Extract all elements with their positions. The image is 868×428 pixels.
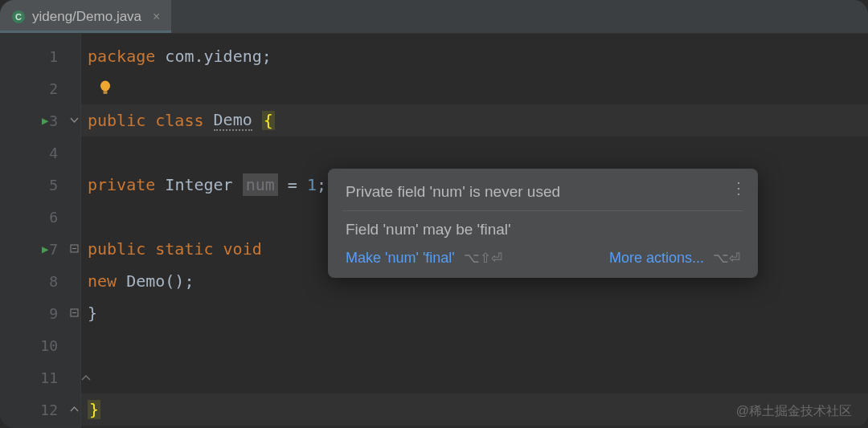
code-line[interactable] (81, 137, 868, 169)
shortcut-hint: ⌥⇧⏎ (464, 251, 502, 266)
line-number: 12 (40, 402, 58, 418)
code-line[interactable] (81, 329, 868, 361)
line-number: 4 (49, 145, 58, 161)
tab-bar: C yideng/Demo.java × (0, 0, 868, 34)
more-actions-link[interactable]: More actions... (609, 250, 704, 266)
highlighted-field: num (243, 173, 278, 196)
fold-icon[interactable] (70, 115, 79, 127)
code-line[interactable]: public class Demo { (81, 104, 868, 137)
fold-open-icon[interactable] (70, 243, 79, 255)
line-number: 8 (49, 273, 58, 290)
run-gutter-icon[interactable]: ▶ (42, 114, 48, 127)
code-line[interactable]: } (81, 297, 868, 329)
code-line[interactable] (81, 72, 868, 104)
svg-rect-7 (104, 91, 108, 94)
gutter: 1 2 ▶ 3 4 5 6 ▶ 7 8 9 10 11 12 (0, 34, 80, 428)
fold-icon[interactable] (70, 404, 79, 416)
lightbulb-icon[interactable] (97, 80, 113, 96)
quickfix-link[interactable]: Make 'num' 'final' (346, 250, 455, 266)
line-number: 1 (49, 48, 58, 65)
fold-close-icon[interactable] (70, 308, 79, 320)
close-icon[interactable]: × (153, 10, 160, 24)
inspection-message: Private field 'num' is never used (328, 178, 758, 206)
inspection-message: Field 'num' may be 'final' (328, 216, 758, 243)
line-number: 6 (49, 209, 58, 226)
collapse-up-icon[interactable] (81, 372, 91, 384)
watermark: @稀土掘金技术社区 (736, 403, 852, 420)
file-tab[interactable]: C yideng/Demo.java × (0, 0, 171, 33)
line-number: 9 (49, 305, 58, 322)
svg-point-6 (100, 81, 110, 92)
line-number: 11 (40, 369, 58, 386)
line-number: 7 (49, 241, 58, 258)
java-class-icon: C (11, 10, 26, 24)
tab-label: yideng/Demo.java (32, 9, 141, 25)
code-line[interactable] (81, 361, 868, 393)
divider (342, 210, 743, 211)
svg-text:C: C (15, 12, 22, 22)
popup-actions: Make 'num' 'final' ⌥⇧⏎ More actions... ⌥… (328, 243, 758, 270)
more-options-icon[interactable]: ⋮ (731, 178, 745, 198)
run-gutter-icon[interactable]: ▶ (42, 243, 48, 255)
line-number: 3 (49, 112, 58, 129)
line-number: 5 (49, 177, 58, 194)
line-number: 2 (49, 80, 58, 97)
shortcut-hint: ⌥⏎ (713, 251, 740, 266)
code-line[interactable]: package com.yideng; (81, 40, 868, 72)
inspection-popup: ⋮ Private field 'num' is never used Fiel… (328, 169, 758, 278)
line-number: 10 (40, 337, 58, 354)
